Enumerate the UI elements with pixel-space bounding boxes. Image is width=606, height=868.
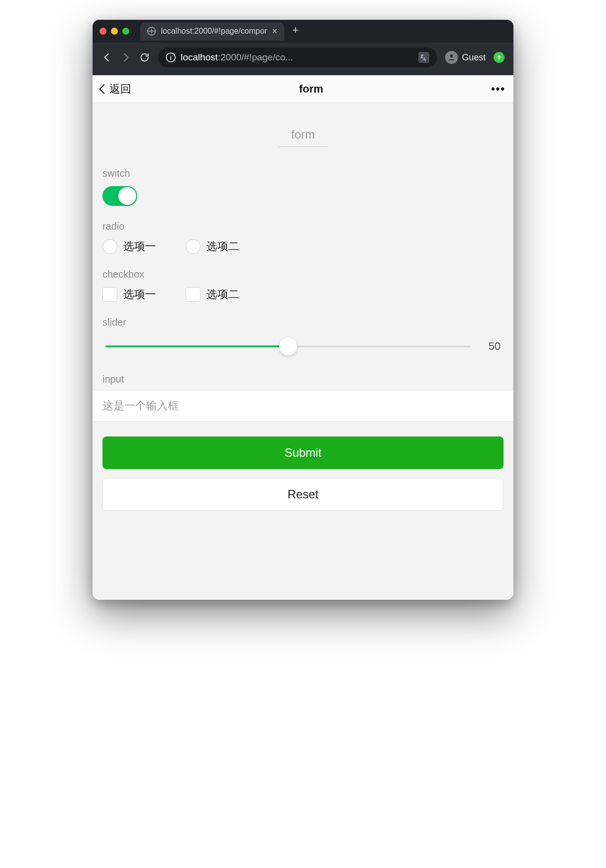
page-subtitle: form <box>278 126 328 147</box>
address-bar-row: i localhost:2000/#!page/co... Guest <box>93 43 513 75</box>
back-button[interactable]: 返回 <box>101 82 131 96</box>
translate-icon[interactable] <box>418 52 429 63</box>
reset-button[interactable]: Reset <box>102 478 504 511</box>
radio-option-2-label: 选项二 <box>206 239 239 254</box>
checkbox-option-1-label: 选项一 <box>123 287 156 302</box>
minimize-window-icon[interactable] <box>111 28 118 35</box>
back-label: 返回 <box>109 82 131 96</box>
radio-label: radio <box>102 221 504 232</box>
more-icon[interactable]: ••• <box>491 83 505 96</box>
section-checkbox: checkbox 选项一 选项二 <box>93 257 513 305</box>
checkbox-option-1[interactable]: 选项一 <box>102 287 156 302</box>
section-radio: radio 选项一 选项二 <box>93 209 513 257</box>
slider-fill <box>105 345 288 347</box>
close-tab-icon[interactable]: × <box>272 26 277 37</box>
chevron-left-icon <box>99 84 109 94</box>
nav-forward-icon[interactable] <box>120 52 131 63</box>
radio-icon <box>102 239 117 254</box>
radio-icon <box>186 239 201 254</box>
svg-point-0 <box>450 54 453 57</box>
site-info-icon[interactable]: i <box>166 52 176 62</box>
slider-thumb[interactable] <box>279 338 297 355</box>
update-available-icon[interactable] <box>494 52 505 63</box>
globe-icon <box>147 27 156 36</box>
address-bar[interactable]: i localhost:2000/#!page/co... <box>158 48 437 67</box>
radio-option-1[interactable]: 选项一 <box>102 239 156 254</box>
radio-option-1-label: 选项一 <box>123 239 156 254</box>
button-area: Submit Reset <box>93 422 513 516</box>
profile-label: Guest <box>462 52 486 63</box>
browser-tab[interactable]: localhost:2000/#!page/compor × <box>140 22 284 41</box>
checkbox-icon <box>102 287 117 302</box>
text-input[interactable] <box>93 390 513 422</box>
section-input: input <box>93 374 513 422</box>
switch-label: switch <box>102 168 504 179</box>
nav-back-icon[interactable] <box>101 52 112 63</box>
slider-value: 50 <box>481 340 501 353</box>
checkbox-label: checkbox <box>102 269 504 280</box>
close-window-icon[interactable] <box>100 28 106 35</box>
section-switch: switch <box>93 156 513 209</box>
switch-toggle[interactable] <box>102 186 137 206</box>
url-host: localhost <box>181 52 218 62</box>
radio-option-2[interactable]: 选项二 <box>186 239 239 254</box>
submit-button[interactable]: Submit <box>102 436 504 469</box>
checkbox-icon <box>186 287 201 302</box>
browser-chrome: localhost:2000/#!page/compor × + i local… <box>93 20 513 75</box>
tab-bar: localhost:2000/#!page/compor × + <box>93 20 513 43</box>
checkbox-option-2-label: 选项二 <box>206 287 239 302</box>
page-title: form <box>299 83 323 96</box>
checkbox-option-2[interactable]: 选项二 <box>186 287 239 302</box>
browser-window: localhost:2000/#!page/compor × + i local… <box>93 20 513 600</box>
subtitle-wrap: form <box>93 103 513 156</box>
slider-label: slider <box>102 317 504 328</box>
page: 返回 form ••• form switch radio 选项一 <box>93 75 513 600</box>
profile-button[interactable]: Guest <box>445 51 486 64</box>
input-label: input <box>93 374 513 390</box>
maximize-window-icon[interactable] <box>122 28 129 35</box>
slider[interactable] <box>105 345 471 347</box>
app-bar: 返回 form ••• <box>93 75 513 103</box>
section-slider: slider 50 <box>93 305 513 359</box>
avatar-icon <box>445 51 458 64</box>
switch-knob <box>118 187 136 205</box>
window-controls <box>100 28 129 35</box>
new-tab-button[interactable]: + <box>289 25 302 38</box>
reload-icon[interactable] <box>139 52 150 63</box>
url-text: localhost:2000/#!page/co... <box>181 52 293 63</box>
tab-title: localhost:2000/#!page/compor <box>161 27 267 36</box>
url-path: :2000/#!page/co... <box>218 52 293 62</box>
